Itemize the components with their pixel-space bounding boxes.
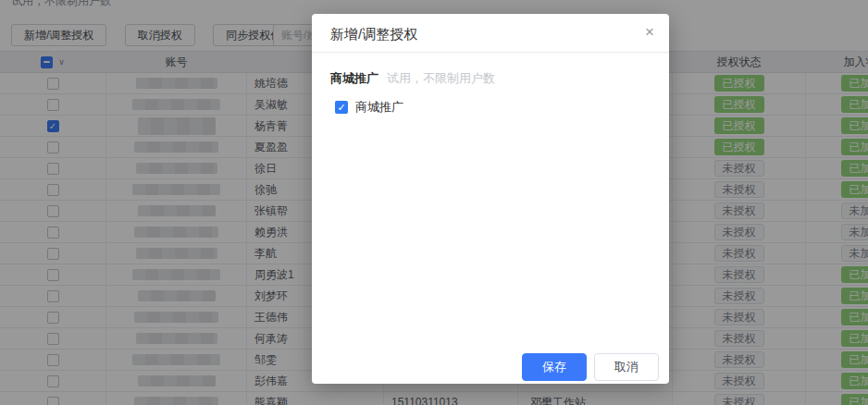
close-icon[interactable]: × (645, 24, 654, 40)
dialog-header: 新增/调整授权 × (312, 14, 669, 53)
cancel-button[interactable]: 取消 (594, 353, 659, 381)
dialog-footer: 保存 取消 (522, 353, 659, 381)
package-checkbox[interactable]: ✓ (335, 101, 348, 114)
auth-dialog: 新增/调整授权 × 商城推广 试用，不限制用户数 ✓ 商城推广 保存 取消 (312, 14, 669, 384)
screen: 试用，不限制用户数 新增/调整授权 取消授权 同步授权信息到云端 ∨ 账号 授权… (0, 0, 868, 405)
package-line: 商城推广 试用，不限制用户数 (330, 70, 651, 87)
package-checkbox-label: 商城推广 (355, 99, 403, 116)
package-description: 试用，不限制用户数 (387, 70, 495, 87)
dialog-body: 商城推广 试用，不限制用户数 ✓ 商城推广 (312, 53, 669, 116)
package-checkbox-row: ✓ 商城推广 (330, 99, 651, 116)
dialog-title: 新增/调整授权 (330, 26, 417, 42)
package-name: 商城推广 (330, 70, 378, 87)
save-button[interactable]: 保存 (522, 353, 587, 381)
